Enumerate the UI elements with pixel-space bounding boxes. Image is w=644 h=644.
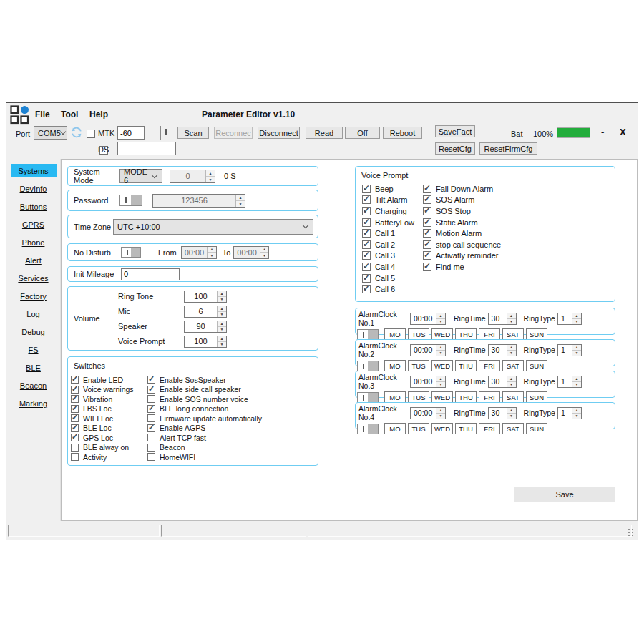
spinner-arrows[interactable]: ▲▼: [217, 336, 226, 347]
voice-prompt-item[interactable]: stop call sequence: [423, 239, 501, 250]
day-button-thu[interactable]: THU: [455, 423, 477, 434]
sidebar-item[interactable]: Services: [11, 271, 57, 285]
switch-item[interactable]: GPS Loc: [71, 433, 134, 443]
switch-item[interactable]: Activity: [71, 452, 134, 462]
mtk-checkbox[interactable]: [87, 130, 95, 138]
no-disturb-to-spinner[interactable]: 00:00 ▲▼: [233, 246, 269, 259]
alarm-toggle[interactable]: [357, 361, 379, 371]
switch-item[interactable]: LBS Loc: [71, 404, 134, 414]
system-mode-spinner[interactable]: 0 ▲▼: [170, 170, 215, 183]
volume-spinner[interactable]: 100 ▲▼: [184, 291, 227, 303]
ringtime-spinner[interactable]: 30 ▲▼: [488, 376, 517, 388]
volume-spinner[interactable]: 6 ▲▼: [184, 306, 227, 318]
minimize-button[interactable]: -: [601, 127, 604, 137]
spinner-arrows[interactable]: ▲▼: [436, 313, 445, 324]
checkbox[interactable]: [147, 444, 155, 452]
day-button-thu[interactable]: THU: [455, 391, 477, 403]
day-button-mo[interactable]: MO: [384, 423, 406, 434]
day-button-sat[interactable]: SAT: [502, 423, 524, 434]
close-button[interactable]: X: [620, 127, 626, 137]
sidebar-item[interactable]: DevInfo: [11, 182, 57, 195]
voice-prompt-item[interactable]: SOS Alarm: [423, 195, 501, 206]
switch-item[interactable]: Voice warnings: [71, 385, 134, 395]
ringtime-spinner[interactable]: 30 ▲▼: [488, 407, 517, 419]
checkbox[interactable]: [362, 185, 371, 193]
voice-prompt-item[interactable]: Motion Alarm: [423, 228, 501, 239]
checkbox[interactable]: [423, 229, 431, 238]
password-spinner[interactable]: 123456 ▲▼: [152, 194, 245, 208]
switch-item[interactable]: Enable SosSpeaker: [147, 375, 262, 385]
switch-item[interactable]: Enable SOS number voice: [147, 394, 262, 404]
day-button-fri[interactable]: FRI: [479, 328, 500, 340]
switch-item[interactable]: Alert TCP fast: [147, 433, 262, 443]
spinner-arrows[interactable]: ▲▼: [217, 321, 226, 332]
checkbox[interactable]: [71, 424, 79, 432]
no-disturb-from-spinner[interactable]: 00:00 ▲▼: [181, 246, 217, 259]
sidebar-item[interactable]: Buttons: [11, 200, 57, 213]
reconnect-button[interactable]: Reconnec: [214, 127, 253, 139]
spinner-arrows[interactable]: ▲▼: [436, 345, 445, 356]
voice-prompt-item[interactable]: Fall Down Alarm: [423, 183, 501, 195]
checkbox[interactable]: [147, 405, 155, 413]
sidebar-item[interactable]: GPRS: [11, 218, 57, 231]
voice-prompt-item[interactable]: Call 6: [362, 283, 414, 295]
ringtype-spinner[interactable]: 1 ▲▼: [557, 344, 582, 356]
refresh-icon[interactable]: [69, 125, 84, 140]
voice-prompt-item[interactable]: Call 5: [362, 273, 414, 284]
spinner-arrows[interactable]: ▲▼: [207, 247, 215, 258]
checkbox[interactable]: [362, 285, 371, 293]
ringtime-spinner[interactable]: 30 ▲▼: [488, 344, 517, 356]
checkbox[interactable]: [362, 195, 371, 204]
day-button-tus[interactable]: TUS: [408, 423, 429, 434]
spinner-arrows[interactable]: ▲▼: [507, 313, 516, 324]
menu-tool[interactable]: Tool: [61, 109, 78, 119]
checkbox[interactable]: [71, 386, 79, 394]
alarm-toggle[interactable]: [357, 392, 379, 403]
sidebar-item[interactable]: Marking: [11, 396, 57, 410]
day-button-mo[interactable]: MO: [384, 328, 406, 340]
checkbox[interactable]: [362, 218, 371, 227]
voice-prompt-item[interactable]: Beep: [362, 183, 414, 195]
reboot-button[interactable]: Reboot: [383, 127, 422, 139]
switch-item[interactable]: BLE long connection: [147, 404, 262, 414]
time-zone-select[interactable]: UTC +10:00: [113, 219, 313, 235]
switch-item[interactable]: Beacon: [147, 443, 262, 453]
ringtype-spinner[interactable]: 1 ▲▼: [557, 407, 582, 419]
checkbox[interactable]: [71, 444, 79, 452]
spinner-arrows[interactable]: ▲▼: [235, 195, 245, 207]
day-button-sat[interactable]: SAT: [502, 391, 524, 403]
mtk-toggle[interactable]: [160, 126, 161, 140]
checkbox[interactable]: [147, 414, 155, 422]
no-disturb-toggle[interactable]: [121, 247, 141, 258]
checkbox[interactable]: [147, 434, 155, 441]
alarm-time-spinner[interactable]: 00:00 ▲▼: [410, 313, 446, 325]
volume-spinner[interactable]: 90 ▲▼: [184, 321, 227, 333]
password-toggle[interactable]: [119, 195, 142, 206]
spinner-arrows[interactable]: ▲▼: [572, 313, 581, 324]
voice-prompt-item[interactable]: Tilt Alarm: [362, 195, 414, 206]
alarm-toggle[interactable]: [357, 329, 379, 340]
spinner-arrows[interactable]: ▲▼: [572, 408, 581, 419]
voice-prompt-item[interactable]: SOS Stop: [423, 205, 501, 217]
spinner-arrows[interactable]: ▲▼: [507, 376, 516, 387]
scan-button[interactable]: Scan: [177, 127, 209, 139]
spinner-arrows[interactable]: ▲▼: [507, 345, 516, 356]
spinner-arrows[interactable]: ▲▼: [205, 170, 215, 182]
sidebar-item[interactable]: Log: [11, 307, 57, 321]
checkbox[interactable]: [362, 274, 371, 283]
checkbox[interactable]: [362, 240, 371, 249]
port-select[interactable]: COM5: [34, 126, 67, 140]
save-button[interactable]: Save: [514, 487, 615, 502]
checkbox[interactable]: [147, 453, 155, 461]
checkbox[interactable]: [423, 251, 431, 260]
checkbox[interactable]: [362, 251, 371, 260]
sidebar-item[interactable]: Alert: [11, 253, 57, 267]
checkbox[interactable]: [147, 395, 155, 403]
rssi-input[interactable]: [117, 126, 145, 140]
day-button-wed[interactable]: WED: [431, 391, 453, 403]
switch-item[interactable]: BLE Loc: [71, 424, 134, 434]
sidebar-item[interactable]: FS: [11, 343, 57, 356]
spinner-arrows[interactable]: ▲▼: [572, 376, 581, 387]
day-button-wed[interactable]: WED: [431, 328, 453, 340]
switch-item[interactable]: Enable side call speaker: [147, 385, 262, 395]
